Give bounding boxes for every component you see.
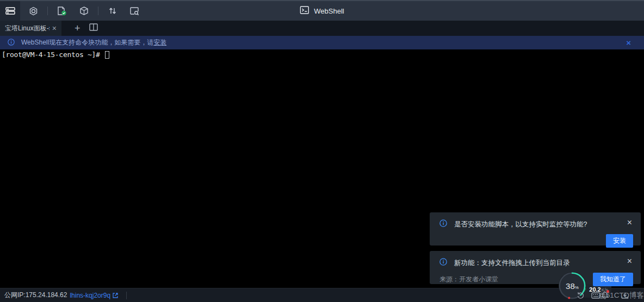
tab-close-icon[interactable]: × — [52, 24, 57, 32]
toast-message: 新功能：支持文件拖拽上传到当前目录 — [454, 259, 570, 268]
window-search-button[interactable] — [123, 1, 145, 21]
terminal-prompt: [root@VM-4-15-centos ~]# — [2, 51, 104, 59]
info-icon — [439, 258, 447, 268]
notice-message: WebShell现在支持命令块功能，如果需要，请安装 — [21, 38, 166, 47]
toolbar-divider — [98, 7, 98, 15]
instance-link[interactable]: lhins-kqj2or9q — [70, 292, 110, 299]
webshell-app: WebShell 宝塔Linux面板-sSj2 × + We — [0, 0, 644, 302]
sort-button[interactable] — [102, 1, 123, 21]
notice-bar: WebShell现在支持命令块功能，如果需要，请安装 × — [0, 36, 644, 49]
terminal-cursor — [105, 51, 109, 59]
file-check-icon — [57, 6, 67, 16]
session-sync-button[interactable] — [577, 292, 585, 299]
toolbar: WebShell — [0, 0, 644, 21]
package-icon — [79, 6, 89, 16]
server-list-icon — [5, 6, 15, 16]
status-bar: 公网IP:175.24.184.62 lhins-kqj2or9q — [0, 288, 644, 302]
public-ip-label: 公网IP:175.24.184.62 — [4, 291, 67, 300]
toast-container: 是否安装功能脚本，以支持实时监控等功能? × 安装 新功能：支持文件拖拽上传到当… — [430, 212, 641, 290]
close-icon[interactable]: × — [627, 218, 632, 227]
download-icon — [621, 292, 629, 299]
gauge-percent-sign: % — [575, 285, 579, 290]
notification-dot — [606, 290, 609, 293]
gauge-percent-value: 38 — [566, 281, 575, 291]
tab-baota-panel[interactable]: 宝塔Linux面板-sSj2 × — [0, 21, 61, 36]
toolbar-divider — [47, 7, 48, 15]
info-icon — [439, 219, 447, 229]
file-check-button[interactable] — [51, 1, 73, 21]
app-title-area: WebShell — [300, 1, 344, 21]
notice-close-icon[interactable]: × — [626, 39, 631, 47]
download-button[interactable] — [621, 292, 629, 299]
package-button[interactable] — [73, 1, 95, 21]
info-icon — [8, 38, 15, 48]
toast-source: 来源：开发者小课堂 — [439, 275, 498, 284]
gear-icon — [29, 7, 38, 16]
toast-install-script: 是否安装功能脚本，以支持实时监控等功能? × 安装 — [430, 212, 641, 246]
toast-new-feature: 新功能：支持文件拖拽上传到当前目录 × 来源：开发者小课堂 我知道了 — [430, 251, 641, 284]
keyboard-icon — [591, 292, 600, 299]
app-title: WebShell — [314, 7, 344, 15]
keyboard-button[interactable] — [591, 292, 600, 299]
sync-icon — [577, 292, 585, 299]
close-icon[interactable]: × — [627, 257, 632, 266]
server-list-button[interactable] — [0, 1, 20, 21]
split-view-icon — [89, 23, 98, 33]
tab-label: 宝塔Linux面板-sSj2 — [5, 24, 49, 33]
tab-bar: 宝塔Linux面板-sSj2 × + — [0, 21, 644, 36]
settings-button[interactable] — [22, 1, 44, 21]
sort-arrows-icon — [108, 7, 117, 15]
new-tab-button[interactable]: + — [72, 23, 83, 33]
status-divider — [126, 292, 127, 299]
window-search-icon — [129, 7, 139, 16]
terminal-icon — [300, 5, 309, 16]
split-view-button[interactable] — [89, 23, 98, 33]
got-it-button[interactable]: 我知道了 — [593, 273, 633, 286]
install-link[interactable]: 安装 — [153, 39, 166, 46]
terminal-prompt-line: [root@VM-4-15-centos ~]# — [2, 51, 644, 59]
install-button[interactable]: 安装 — [606, 234, 633, 248]
notifications-button[interactable] — [601, 291, 609, 299]
toast-message: 是否安装功能脚本，以支持实时监控等功能? — [454, 220, 587, 229]
external-link-icon[interactable] — [112, 292, 119, 299]
